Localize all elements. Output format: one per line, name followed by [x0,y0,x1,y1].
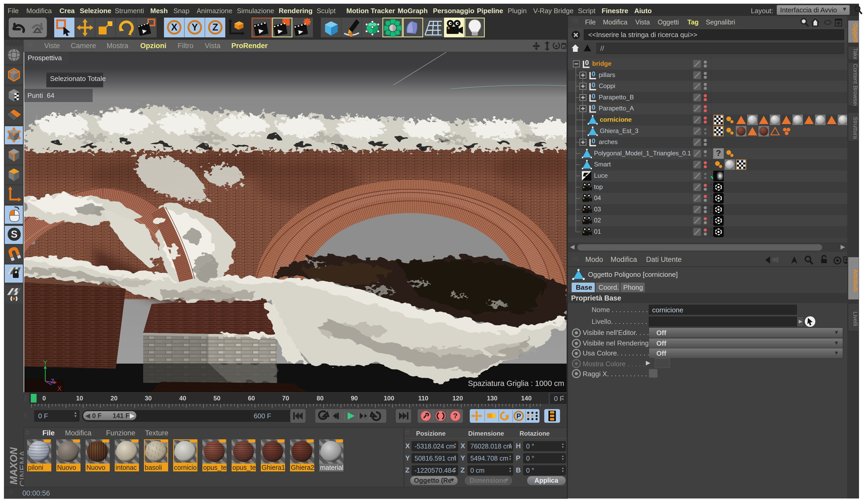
svg-text:S: S [11,229,17,240]
svg-text:?: ? [453,412,457,420]
svg-text:Y: Y [43,359,47,366]
svg-text:X: X [57,385,62,392]
svg-text:X: X [171,22,177,33]
svg-text:Y: Y [192,22,198,33]
svg-text:Spaziatura Griglia : 1000 cm: Spaziatura Griglia : 1000 cm [468,379,564,388]
svg-text:Z: Z [212,22,218,33]
svg-text:0: 0 [585,59,589,66]
svg-text:0: 0 [592,71,595,78]
svg-text:0: 0 [592,93,595,100]
svg-text:0: 0 [592,104,595,111]
svg-text:Z: Z [50,378,55,385]
svg-text:P: P [516,412,521,420]
svg-text:0: 0 [592,137,595,145]
svg-text:0: 0 [592,82,595,89]
